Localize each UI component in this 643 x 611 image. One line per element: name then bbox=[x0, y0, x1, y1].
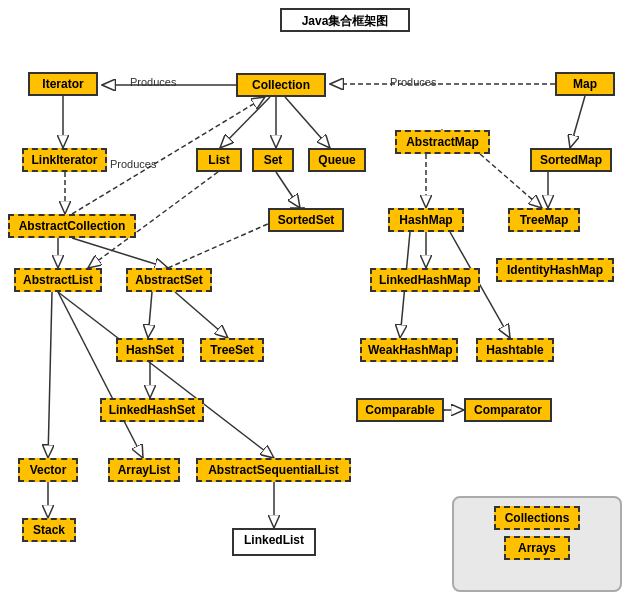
list-node: List bbox=[196, 148, 242, 172]
collection-node: Collection bbox=[236, 73, 326, 97]
map-node: Map bbox=[555, 72, 615, 96]
iterator-node: Iterator bbox=[28, 72, 98, 96]
vector-node: Vector bbox=[18, 458, 78, 482]
diagram: Java集合框架图 Iterator Collection Map Produc… bbox=[0, 0, 643, 611]
linkedlist-node: LinkedList bbox=[232, 528, 316, 556]
svg-line-14 bbox=[276, 172, 300, 208]
sortedmap-node: SortedMap bbox=[530, 148, 612, 172]
abstractlist-node: AbstractList bbox=[14, 268, 102, 292]
svg-line-4 bbox=[220, 97, 270, 148]
treeset-node: TreeSet bbox=[200, 338, 264, 362]
svg-line-26 bbox=[48, 292, 52, 458]
svg-line-24 bbox=[58, 292, 274, 458]
abstractsequentiallist-node: AbstractSequentialList bbox=[196, 458, 351, 482]
svg-line-16 bbox=[175, 292, 228, 338]
linkedhashset-node: LinkedHashSet bbox=[100, 398, 204, 422]
linkiterator-node: LinkIterator bbox=[22, 148, 107, 172]
produces-label-1: Produces bbox=[130, 76, 176, 88]
sortedset-node: SortedSet bbox=[268, 208, 344, 232]
svg-line-6 bbox=[285, 97, 330, 148]
collections-node: Collections bbox=[494, 506, 580, 530]
identityhashmap-node: IdentityHashMap bbox=[496, 258, 614, 282]
arraylist-node: ArrayList bbox=[108, 458, 180, 482]
treemap-node: TreeMap bbox=[508, 208, 580, 232]
produces-label-2: Produces bbox=[390, 76, 436, 88]
svg-line-15 bbox=[148, 292, 152, 338]
legend-box: Collections Arrays bbox=[452, 496, 622, 592]
comparator-node: Comparator bbox=[464, 398, 552, 422]
abstractmap-node: AbstractMap bbox=[395, 130, 490, 154]
weakhashmap-node: WeakHashMap bbox=[360, 338, 458, 362]
svg-line-13 bbox=[72, 238, 168, 268]
svg-line-25 bbox=[58, 292, 143, 458]
title-node: Java集合框架图 bbox=[280, 8, 410, 32]
arrays-node: Arrays bbox=[504, 536, 570, 560]
linkedhashmap-node: LinkedHashMap bbox=[370, 268, 480, 292]
stack-node: Stack bbox=[22, 518, 76, 542]
comparable-node: Comparable bbox=[356, 398, 444, 422]
set-node: Set bbox=[252, 148, 294, 172]
abstractset-node: AbstractSet bbox=[126, 268, 212, 292]
queue-node: Queue bbox=[308, 148, 366, 172]
hashset-node: HashSet bbox=[116, 338, 184, 362]
svg-line-9 bbox=[570, 96, 585, 148]
produces-label-3: Produces bbox=[110, 158, 156, 170]
abstractcollection-node: AbstractCollection bbox=[8, 214, 136, 238]
hashtable-node: Hashtable bbox=[476, 338, 554, 362]
hashmap-node: HashMap bbox=[388, 208, 464, 232]
